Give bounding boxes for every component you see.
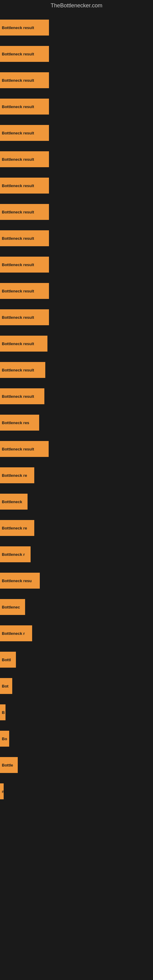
bar-row: Bottleneck result: [0, 67, 153, 94]
bottleneck-bar[interactable]: Bottleneck result: [0, 362, 45, 378]
bottleneck-bar[interactable]: Bottleneck result: [0, 204, 49, 220]
bottleneck-bar[interactable]: Bottl: [0, 652, 16, 668]
bottleneck-bar[interactable]: Bottleneck result: [0, 178, 49, 194]
bottleneck-bar[interactable]: Bottle: [0, 757, 18, 773]
site-title: TheBottlenecker.com: [0, 0, 153, 11]
bar-row: Bottleneck result: [0, 199, 153, 225]
bar-row: Bottle: [0, 752, 153, 778]
bar-label: Bottleneck result: [2, 315, 34, 320]
bar-label: Bottleneck r: [2, 552, 25, 557]
bar-row: Bo: [0, 725, 153, 752]
bar-label: Bottleneck result: [2, 236, 34, 241]
bar-row: Bottleneck result: [0, 94, 153, 120]
bottleneck-bar[interactable]: Bottleneck result: [0, 151, 49, 167]
bar-label: n: [2, 789, 4, 794]
bar-label: Bottleneck: [2, 500, 22, 504]
bottleneck-bar[interactable]: Bottlenec: [0, 599, 25, 615]
bar-label: Bot: [2, 684, 9, 689]
bar-row: Bottleneck re: [0, 515, 153, 541]
bar-label: Bottleneck result: [2, 262, 34, 267]
bar-label: Bottleneck result: [2, 394, 34, 399]
bar-row: Bottleneck res: [0, 409, 153, 436]
bar-row: Bottleneck r: [0, 541, 153, 568]
bars-container: Bottleneck resultBottleneck resultBottle…: [0, 11, 153, 805]
bar-label: Bottleneck result: [2, 447, 34, 452]
bar-label: Bottleneck res: [2, 420, 29, 425]
bar-label: Bottleneck result: [2, 25, 34, 30]
bar-row: Bottl: [0, 646, 153, 673]
bottleneck-bar[interactable]: Bottleneck re: [0, 520, 34, 536]
bottleneck-bar[interactable]: Bottleneck result: [0, 309, 49, 325]
bottleneck-bar[interactable]: Bottleneck result: [0, 125, 49, 141]
bottleneck-bar[interactable]: Bottleneck result: [0, 388, 45, 404]
bar-row: Bottleneck result: [0, 41, 153, 67]
bar-label: Bottleneck resu: [2, 579, 32, 583]
bottleneck-bar[interactable]: Bottleneck result: [0, 230, 49, 246]
bar-row: Bottleneck result: [0, 383, 153, 409]
bar-row: Bottleneck result: [0, 146, 153, 172]
bar-label: Bottleneck result: [2, 342, 34, 346]
bar-row: Bottleneck result: [0, 436, 153, 462]
bar-row: Bottleneck result: [0, 14, 153, 41]
bar-label: Bo: [2, 737, 7, 741]
bar-row: Bottleneck result: [0, 225, 153, 251]
bottleneck-bar[interactable]: Bottleneck r: [0, 546, 30, 562]
bottleneck-bar[interactable]: Bottleneck re: [0, 467, 34, 483]
bar-row: Bottleneck resu: [0, 568, 153, 594]
bottleneck-bar[interactable]: Bottleneck res: [0, 415, 39, 431]
bottleneck-bar[interactable]: Bot: [0, 678, 12, 694]
bar-row: Bottleneck result: [0, 331, 153, 357]
bar-label: Bottle: [2, 763, 13, 767]
bar-label: Bottleneck result: [2, 368, 34, 372]
bar-row: Bottlenec: [0, 594, 153, 620]
bottleneck-bar[interactable]: Bottleneck result: [0, 20, 49, 35]
bar-row: Bottleneck result: [0, 172, 153, 199]
bar-row: Bottleneck re: [0, 462, 153, 488]
bar-label: B: [2, 710, 5, 715]
bottleneck-bar[interactable]: Bottleneck result: [0, 283, 49, 299]
bar-label: Bottleneck re: [2, 473, 27, 478]
bar-row: Bot: [0, 673, 153, 699]
bar-row: n: [0, 778, 153, 805]
bar-row: Bottleneck result: [0, 357, 153, 383]
bar-label: Bottl: [2, 657, 11, 662]
bar-row: B: [0, 699, 153, 725]
bar-label: Bottlenec: [2, 605, 20, 609]
bar-label: Bottleneck result: [2, 289, 34, 293]
bottleneck-bar[interactable]: Bottleneck: [0, 494, 27, 510]
bottleneck-bar[interactable]: B: [0, 705, 5, 720]
bar-row: Bottleneck result: [0, 278, 153, 304]
bottleneck-bar[interactable]: Bottleneck result: [0, 99, 49, 115]
bar-label: Bottleneck r: [2, 631, 25, 636]
bottleneck-bar[interactable]: Bo: [0, 731, 9, 747]
bar-label: Bottleneck result: [2, 183, 34, 188]
bottleneck-bar[interactable]: Bottleneck result: [0, 336, 48, 352]
bar-label: Bottleneck result: [2, 157, 34, 162]
bottleneck-bar[interactable]: n: [0, 783, 4, 799]
bar-label: Bottleneck result: [2, 210, 34, 215]
bottleneck-bar[interactable]: Bottleneck r: [0, 625, 32, 641]
bar-row: Bottleneck result: [0, 251, 153, 278]
bar-row: Bottleneck: [0, 488, 153, 515]
bar-label: Bottleneck result: [2, 78, 34, 83]
bar-label: Bottleneck result: [2, 52, 34, 56]
bottleneck-bar[interactable]: Bottleneck resu: [0, 573, 40, 589]
bar-row: Bottleneck r: [0, 620, 153, 646]
bar-label: Bottleneck re: [2, 526, 27, 530]
bottleneck-bar[interactable]: Bottleneck result: [0, 72, 49, 88]
bottleneck-bar[interactable]: Bottleneck result: [0, 46, 49, 62]
bottleneck-bar[interactable]: Bottleneck result: [0, 257, 49, 272]
bar-label: Bottleneck result: [2, 105, 34, 109]
bar-row: Bottleneck result: [0, 120, 153, 146]
bar-row: Bottleneck result: [0, 304, 153, 331]
bottleneck-bar[interactable]: Bottleneck result: [0, 441, 49, 457]
bar-label: Bottleneck result: [2, 131, 34, 135]
